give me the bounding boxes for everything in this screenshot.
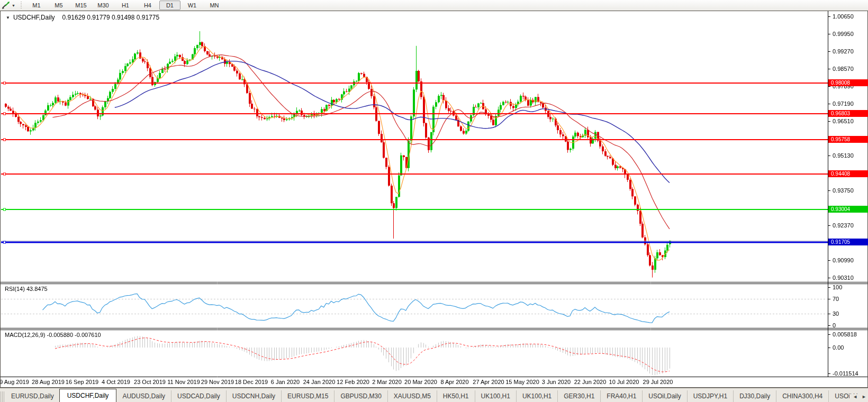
chart-tab-usoil-daily[interactable]: USOil,Daily [642, 390, 686, 402]
hline-price-badge: 0.95758 [828, 136, 868, 143]
chart-ohlc-values: 0.91629 0.91779 0.91498 0.91775 [62, 14, 160, 21]
chart-tab-dj30-daily[interactable]: DJ30,Daily [733, 390, 776, 402]
chart-tab-xauusd-m5[interactable]: XAUUSD,M5 [387, 390, 437, 402]
chart-title: ▼USDCHF,Daily0.91629 0.91779 0.91498 0.9… [6, 14, 159, 21]
chart-window: ▼USDCHF,Daily0.91629 0.91779 0.91498 0.9… [0, 11, 868, 388]
hline-price-badge: 0.98008 [828, 79, 868, 86]
date-axis-label: 29 Jul 2020 [643, 379, 673, 385]
date-axis-label: 23 Oct 2019 [134, 379, 166, 385]
macd-panel-label: MACD(12,26,9) -0.005880 -0.007610 [5, 332, 101, 338]
date-axis-label: 10 Jul 2020 [609, 379, 639, 385]
chart-tab-eurusd-m15[interactable]: EURUSD,M15 [281, 390, 334, 402]
chart-tab-usdcnh-daily[interactable]: USDCNH,Daily [226, 390, 281, 402]
toolbar-grip[interactable] [20, 2, 23, 9]
main-chart-canvas[interactable] [1, 11, 868, 387]
rsi-tick-label: 0 [833, 322, 836, 328]
date-axis-label: 16 Sep 2019 [66, 379, 98, 385]
chart-tab-china300-h4[interactable]: CHINA300,H4 [776, 390, 828, 402]
macd-tick-label: 0.005818 [833, 331, 857, 337]
chart-tab-usdjpy-h1[interactable]: USDJPY,H1 [687, 390, 733, 402]
timeframe-button-D1[interactable]: D1 [159, 1, 180, 10]
hline-price-badge: 0.93004 [828, 206, 868, 213]
rsi-tick-label: 30 [833, 310, 839, 317]
timeframe-button-M1[interactable]: M1 [26, 1, 47, 10]
timeframe-button-M30[interactable]: M30 [93, 1, 114, 10]
timeframe-button-group: M1M5M15M30H1H4D1W1MN [25, 1, 225, 10]
chart-tab-usdcad-daily[interactable]: USDCAD,Daily [171, 390, 226, 402]
date-axis-label: 9 Aug 2019 [0, 379, 29, 385]
top-toolbar: ▼ M1M5M15M30H1H4D1W1MN [0, 0, 868, 11]
date-axis-label: 24 Jan 2020 [303, 379, 336, 385]
chart-tab-uk100-h1[interactable]: UK100,H1 [516, 390, 557, 402]
hline-price-badge: 0.94408 [828, 170, 868, 177]
chart-tab-uk100-h1[interactable]: UK100,H1 [475, 390, 516, 402]
timeframe-button-H4[interactable]: H4 [137, 1, 158, 10]
tabbar-grip[interactable] [1, 391, 4, 402]
price-tick-label: 0.93750 [833, 187, 854, 194]
chart-symbol-label: USDCHF,Daily [13, 14, 55, 21]
price-tick-label: 0.98570 [833, 66, 854, 72]
collapse-triangle-icon[interactable]: ▼ [6, 15, 10, 20]
chart-tab-usdchf-daily[interactable]: USDCHF,Daily [59, 389, 117, 402]
date-axis-label: 12 Feb 2020 [337, 379, 369, 385]
tab-scroll-right-button[interactable]: ► [862, 394, 866, 399]
price-tick-label: 0.90990 [833, 257, 854, 263]
chart-tab-ger30-h1[interactable]: GER30,H1 [557, 390, 600, 402]
hline-price-badge: 0.91705 [828, 239, 868, 245]
chart-tab-hk50-h1[interactable]: HK50,H1 [437, 390, 475, 402]
date-axis-label: 29 Nov 2019 [201, 379, 234, 385]
chart-tab-audusd-daily[interactable]: AUDUSD,Daily [116, 390, 171, 402]
price-tick-label: 1.00650 [833, 13, 854, 20]
date-axis-label: 4 Oct 2019 [102, 379, 130, 385]
macd-tick-label: -0.011514 [833, 370, 858, 377]
date-axis-label: 8 Apr 2020 [440, 379, 468, 385]
date-axis-label: 20 Mar 2020 [404, 379, 437, 385]
date-axis-label: 15 May 2020 [505, 379, 539, 385]
price-tick-label: 0.90310 [833, 275, 854, 281]
timeframe-button-H1[interactable]: H1 [115, 1, 136, 10]
date-axis-label: 28 Aug 2019 [32, 379, 65, 385]
price-tick-label: 0.92370 [833, 222, 854, 229]
date-axis-label: 3 Jun 2020 [542, 379, 571, 385]
macd-tick-label: 0.00 [833, 344, 844, 351]
price-tick-label: 0.97190 [833, 100, 854, 107]
price-tick-label: 0.99950 [833, 31, 854, 37]
price-tick-label: 0.99270 [833, 48, 854, 54]
chart-tab-fra40-h1[interactable]: FRA40,H1 [600, 390, 642, 402]
date-axis-label: 11 Nov 2019 [167, 379, 200, 385]
rsi-tick-label: 70 [833, 296, 839, 302]
date-axis-label: 18 Dec 2019 [235, 379, 268, 385]
price-tick-label: 0.95130 [833, 152, 854, 159]
timeframe-button-M5[interactable]: M5 [48, 1, 69, 10]
price-tick-label: 0.96510 [833, 118, 854, 124]
timeframe-button-M15[interactable]: M15 [70, 1, 92, 10]
date-axis-label: 27 Apr 2020 [473, 379, 504, 385]
rsi-panel-label: RSI(14) 43.8475 [5, 286, 48, 292]
chart-tab-eurusd-daily[interactable]: EURUSD,Daily [5, 390, 60, 402]
chart-tools-button[interactable]: ▼ [0, 1, 17, 10]
chart-shift-icon [2, 1, 10, 10]
date-axis-label: 2 Mar 2020 [372, 379, 402, 385]
date-axis-label: 6 Jan 2020 [271, 379, 300, 385]
timeframe-button-MN[interactable]: MN [204, 1, 225, 10]
timeframe-button-W1[interactable]: W1 [182, 1, 203, 10]
hline-price-badge: 0.96803 [828, 110, 868, 117]
date-axis-label: 22 Jun 2020 [574, 379, 607, 385]
chart-tab-bar: EURUSD,DailyUSDCHF,DailyAUDUSD,DailyUSDC… [0, 388, 868, 402]
tab-scroll-left-button[interactable]: ◄ [853, 394, 857, 399]
chart-tab-gbpusd-m30[interactable]: GBPUSD,M30 [334, 390, 387, 402]
chevron-down-icon: ▼ [12, 4, 15, 7]
rsi-tick-label: 100 [833, 284, 842, 290]
